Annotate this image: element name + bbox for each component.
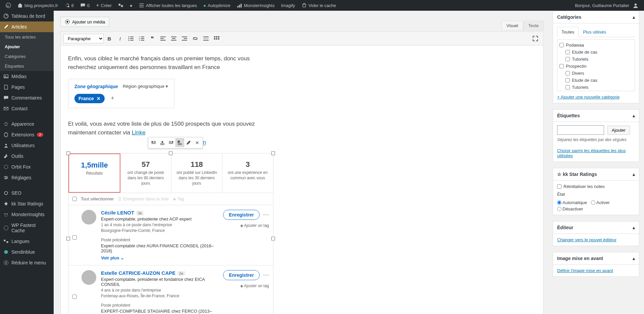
img-align-right[interactable] [167,138,175,147]
remove-chip-icon[interactable]: ✕ [97,96,101,101]
menu-wpfastest[interactable]: WP Fastest Cache [0,220,54,236]
wpml-icon[interactable] [116,0,126,11]
add-tag-button[interactable]: Ajouter [607,126,630,135]
link-button[interactable] [190,34,200,44]
cat-tab-most[interactable]: Plus utilisés [579,27,610,37]
align-right-button[interactable] [179,34,190,44]
menu-appearance[interactable]: Apparence [0,119,54,129]
person-name[interactable]: Estelle CATRICE-AUZON CAPE [101,270,175,276]
menu-langs[interactable]: Langues [0,236,54,247]
menu-pages[interactable]: Pages [0,82,54,92]
bold-button[interactable]: B [104,34,114,44]
state-enable-radio[interactable] [591,200,595,205]
show-all-langs[interactable]: Afficher toutes les langues [137,0,199,11]
updates-count[interactable]: 6 [62,0,76,11]
results-screenshot[interactable]: 1,5milleRésultats57ont changé de poste d… [68,153,273,314]
resize-handle[interactable] [169,151,173,155]
person-checkbox[interactable] [72,275,77,314]
menu-comments[interactable]: Commentaires [0,92,54,103]
more-actions-icon[interactable]: ⋯ [263,211,269,218]
panel-toggle-icon[interactable]: ▴ [633,256,635,261]
submenu-add[interactable]: Ajouter [0,42,54,52]
submenu-tags[interactable]: Étiquettes [0,61,54,71]
category-checkbox[interactable] [566,85,570,89]
tab-text[interactable]: Texte [523,21,544,30]
quote-button[interactable]: ❝ [147,34,157,44]
resize-handle[interactable] [271,151,275,155]
fullscreen-button[interactable] [530,34,540,44]
resize-handle[interactable] [271,237,275,241]
imagify[interactable]: Imagify [279,0,298,11]
add-tag-link[interactable]: ◈ Ajouter un tag [223,223,269,228]
add-category-link[interactable]: + Ajouter une nouvelle catégorie [557,95,620,100]
person-checkbox[interactable] [72,214,77,260]
linkedin-link-right[interactable]: n [203,139,206,146]
menu-settings[interactable]: Réglages [0,172,54,183]
geo-dropdown[interactable]: Région géographique ▾ [123,84,168,89]
autoptimize[interactable]: ●Autoptimize [201,0,233,11]
bullet-list-button[interactable] [126,34,136,44]
img-align-none[interactable] [175,138,184,147]
menu-articles[interactable]: Articles [0,21,54,32]
save-person-button[interactable]: Enregistrer [223,270,260,280]
menu-kkstar[interactable]: kk Star Ratings [0,198,54,209]
menu-tools[interactable]: Outils [0,151,54,162]
menu-monsterinsights[interactable]: MonsterInsights [0,209,54,220]
comments-count[interactable]: 0 [78,0,92,11]
menu-collapse[interactable]: Réduire le menu [0,257,54,268]
user-greeting[interactable]: Bonjour, Guillaume Portalier [573,0,641,11]
wp-logo[interactable] [3,0,13,11]
create-new[interactable]: +Créer [94,0,114,11]
more-actions-icon[interactable]: ⋯ [263,271,269,278]
img-align-center[interactable] [158,138,167,147]
submenu-all-articles[interactable]: Tous les articles [0,32,54,42]
add-tag-link[interactable]: ◈ Ajouter un tag [223,284,269,288]
menu-dashboard[interactable]: Tableau de bord [0,11,54,21]
italic-button[interactable]: I [115,34,125,44]
save-person-button[interactable]: Enregistrer [223,210,260,220]
menu-extensions[interactable]: Extensions2 [0,129,54,140]
reset-ratings-checkbox[interactable] [557,184,561,189]
img-edit-button[interactable] [184,138,193,147]
img-remove-button[interactable]: ✕ [193,138,202,147]
panel-toggle-icon[interactable]: ▴ [633,113,635,118]
category-checkbox[interactable] [566,71,570,75]
category-checkbox[interactable] [559,64,564,68]
align-center-button[interactable] [169,34,179,44]
lang-flag[interactable]: ● [127,0,135,11]
add-geo-button[interactable]: + [109,94,117,102]
add-media-button[interactable]: Ajouter un média [60,17,109,27]
linkedin-link-left[interactable]: Linke [132,129,146,136]
menu-users[interactable]: Utilisateurs [0,140,54,151]
panel-toggle-icon[interactable]: ▴ [633,225,635,230]
menu-contact[interactable]: Contact [0,103,54,114]
category-checkbox[interactable] [566,78,570,82]
tag-input[interactable] [557,125,604,135]
resize-handle[interactable] [66,151,70,155]
toolbar-toggle-button[interactable] [212,34,222,44]
category-checkbox[interactable] [566,50,570,54]
align-left-button[interactable] [158,34,168,44]
state-auto-radio[interactable] [557,200,561,205]
editor-body[interactable]: Enfin, vous ciblez le marché français da… [60,46,543,314]
geo-chip-france[interactable]: France✕ [74,94,105,103]
panel-toggle-icon[interactable]: ▴ [633,172,635,177]
see-more-link[interactable]: Voir plus ⌄ [101,255,124,260]
menu-seo[interactable]: SEO [0,188,54,198]
more-button[interactable] [201,34,211,44]
resize-handle[interactable] [66,237,70,241]
menu-media[interactable]: Médias [0,71,54,82]
set-featured-link[interactable]: Définir l'image mise en avant [557,268,613,273]
category-checkbox[interactable] [566,57,570,61]
panel-toggle-icon[interactable]: ▴ [633,14,635,20]
menu-orbit-fox[interactable]: Orbit Fox [0,162,54,172]
submenu-categories[interactable]: Catégories [0,52,54,61]
img-align-left[interactable] [149,138,158,147]
cat-tab-all[interactable]: Toutes [557,27,579,37]
site-link[interactable]: blog.prospectin.fr [15,0,60,11]
person-name[interactable]: Cécile LENOT [101,210,134,215]
state-disable-radio[interactable] [557,207,561,211]
category-checkbox[interactable] [559,43,564,47]
choose-tags-link[interactable]: Choisir parmi les étiquettes les plus ut… [557,148,635,158]
clear-cache[interactable]: Vider le cache [299,0,338,11]
